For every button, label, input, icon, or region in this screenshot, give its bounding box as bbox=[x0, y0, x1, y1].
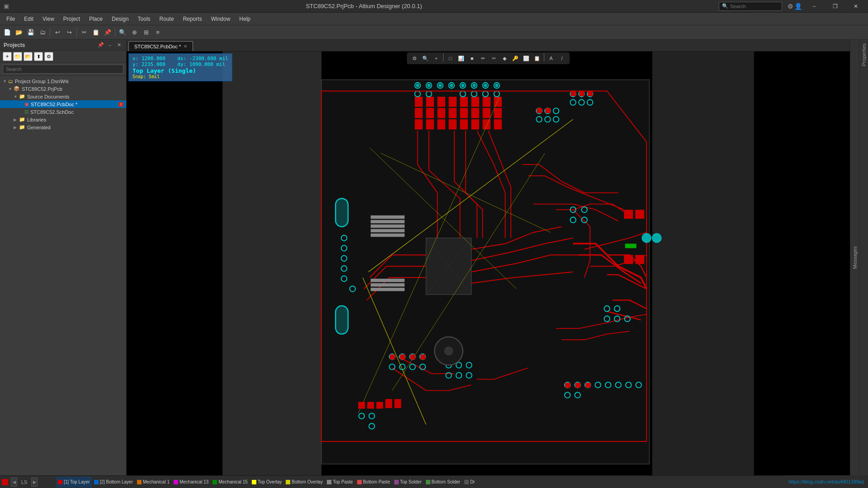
top-solder-swatch bbox=[394, 480, 399, 484]
layer-bottom-overlay[interactable]: Bottom Overlay bbox=[284, 477, 325, 488]
title-bar: ▣ STC89C52.PrjPcb - Altium Designer (20.… bbox=[0, 0, 868, 13]
messages-panel[interactable]: Messages bbox=[850, 40, 859, 475]
rect-button[interactable]: □ bbox=[445, 53, 455, 63]
menu-place[interactable]: Place bbox=[85, 14, 107, 24]
layer-mech15[interactable]: Mechanical 15 bbox=[211, 477, 249, 488]
scroll-right[interactable]: ▶ bbox=[31, 478, 38, 487]
scroll-left[interactable]: ◀ bbox=[11, 478, 17, 487]
layer-mech13[interactable]: Mechanical 13 bbox=[172, 477, 210, 488]
ls-label: LS bbox=[21, 479, 27, 485]
pcb-canvas[interactable] bbox=[127, 52, 850, 475]
project-icon: 📦 bbox=[14, 86, 20, 92]
close-button[interactable]: ✕ bbox=[845, 0, 866, 13]
text-button[interactable]: A bbox=[546, 53, 556, 63]
properties-panel[interactable]: Properties bbox=[859, 40, 868, 475]
layer-mech1[interactable]: Mechanical 1 bbox=[135, 477, 171, 488]
solid-rect-button[interactable]: ■ bbox=[467, 53, 477, 63]
open-button[interactable]: 📂 bbox=[14, 27, 24, 38]
menu-reports[interactable]: Reports bbox=[179, 14, 207, 24]
grid-button[interactable]: ⊞ bbox=[141, 27, 151, 38]
scroll-right-btn[interactable]: ▶ bbox=[31, 478, 38, 487]
redo-button[interactable]: ↪ bbox=[64, 27, 75, 38]
tree-project-group[interactable]: ▼ 🗂 Project Group 1.DsnWrk bbox=[0, 78, 126, 85]
panel-pin-button[interactable]: 📌 bbox=[97, 42, 104, 49]
layer-top-solder[interactable]: Top Solder bbox=[392, 477, 424, 488]
messages-label[interactable]: Messages bbox=[852, 244, 858, 272]
panel-search-input[interactable] bbox=[3, 65, 123, 74]
tree-generated[interactable]: ▶ 📁 Generated bbox=[0, 123, 126, 131]
search-input[interactable] bbox=[730, 4, 775, 9]
search-box[interactable]: 🔍 bbox=[719, 2, 782, 11]
toolbar-sep-2 bbox=[76, 28, 77, 37]
menu-tools[interactable]: Tools bbox=[133, 14, 155, 24]
menu-file[interactable]: File bbox=[2, 14, 19, 24]
tree-project[interactable]: ▼ 📦 STC89C52.PrjPcb bbox=[0, 85, 126, 93]
menu-view[interactable]: View bbox=[38, 14, 59, 24]
layer-dr[interactable]: Dr bbox=[462, 477, 477, 488]
panel-release-button[interactable]: ⬆ bbox=[34, 52, 43, 61]
menu-edit[interactable]: Edit bbox=[19, 14, 38, 24]
settings-icon[interactable]: ⚙ bbox=[788, 3, 793, 10]
layer-top-paste[interactable]: Top Paste bbox=[325, 477, 354, 488]
maximize-button[interactable]: ❐ bbox=[825, 0, 845, 13]
menu-route[interactable]: Route bbox=[155, 14, 179, 24]
tree-sch-doc[interactable]: ⊡ STC89C52.SchDoc bbox=[0, 108, 126, 116]
zoom-fit-button[interactable]: ⊕ bbox=[129, 27, 140, 38]
tree-source-docs[interactable]: ▼ 📁 Source Documents bbox=[0, 93, 126, 100]
tab-close-button[interactable]: ✕ bbox=[184, 44, 187, 49]
add-button[interactable]: + bbox=[431, 53, 441, 63]
line-button[interactable]: / bbox=[557, 53, 567, 63]
svg-point-107 bbox=[444, 347, 453, 356]
extra-btn[interactable]: ≡ bbox=[152, 27, 163, 38]
panel-close-button[interactable]: ✕ bbox=[115, 42, 123, 49]
diamond-button[interactable]: ◆ bbox=[500, 53, 509, 63]
key-button[interactable]: 🔑 bbox=[510, 53, 520, 63]
menu-design[interactable]: Design bbox=[107, 14, 133, 24]
layer-top[interactable]: [1] Top Layer bbox=[56, 477, 92, 488]
panel-settings-button[interactable]: ⚙ bbox=[44, 52, 53, 61]
layer-bottom-solder[interactable]: Bottom Solder bbox=[424, 477, 462, 488]
minimize-button[interactable]: − bbox=[804, 0, 825, 13]
layer-bottom-paste[interactable]: Bottom Paste bbox=[355, 477, 392, 488]
libraries-icon: 📁 bbox=[19, 117, 25, 122]
save-button[interactable]: 💾 bbox=[25, 27, 36, 38]
panel-folder-button[interactable]: 📁 bbox=[13, 52, 22, 61]
save-all-button[interactable]: 🗂 bbox=[37, 27, 48, 38]
tree-pcb-doc[interactable]: ▣ STC89C52.PcbDoc * ! bbox=[0, 100, 126, 108]
properties-label[interactable]: Properties bbox=[861, 40, 867, 70]
pcb-tab[interactable]: STC89C52.PcbDoc * ✕ bbox=[128, 41, 193, 51]
panel-minimize-button[interactable]: − bbox=[106, 42, 113, 49]
scroll-left-btn[interactable]: ◀ bbox=[11, 478, 17, 487]
menu-window[interactable]: Window bbox=[207, 14, 235, 24]
clipboard-button[interactable]: 📋 bbox=[532, 53, 542, 63]
layer-label: Top Layer (Single) bbox=[132, 67, 228, 74]
tree-libraries[interactable]: ▶ 📁 Libraries bbox=[0, 116, 126, 123]
paste-button[interactable]: 📌 bbox=[102, 27, 113, 38]
svg-rect-136 bbox=[371, 216, 405, 219]
menu-help[interactable]: Help bbox=[235, 14, 255, 24]
user-icon[interactable]: 👤 bbox=[794, 3, 802, 10]
scissors-button[interactable]: ✂ bbox=[489, 53, 499, 63]
mech13-label: Mechanical 13 bbox=[179, 479, 208, 484]
menu-project[interactable]: Project bbox=[59, 14, 85, 24]
layer-bottom[interactable]: [2] Bottom Layer bbox=[92, 477, 135, 488]
mech1-swatch bbox=[137, 480, 142, 484]
url-bar: https://blog.csdn.net/as4801389az bbox=[785, 475, 868, 488]
cut-button[interactable]: ✂ bbox=[79, 27, 90, 38]
bottom-solder-swatch bbox=[426, 480, 430, 484]
panel-open-folder-button[interactable]: 📂 bbox=[24, 52, 33, 61]
pcb-viewport[interactable]: ⚙ 🔍 + □ 📊 ■ ✏ ✂ ◆ 🔑 ⬜ 📋 A / bbox=[127, 52, 850, 475]
rect2-button[interactable]: ⬜ bbox=[521, 53, 531, 63]
pencil-button[interactable]: ✏ bbox=[478, 53, 488, 63]
undo-button[interactable]: ↩ bbox=[52, 27, 63, 38]
panel-add-button[interactable]: + bbox=[3, 52, 12, 61]
zoom-in-button[interactable]: 🔍 bbox=[117, 27, 128, 38]
copy-button[interactable]: 📋 bbox=[90, 27, 101, 38]
layer-top-overlay[interactable]: Top Overlay bbox=[250, 477, 283, 488]
filter-button[interactable]: ⚙ bbox=[410, 53, 420, 63]
svg-rect-5 bbox=[426, 97, 434, 107]
svg-rect-20 bbox=[415, 119, 423, 130]
chart-button[interactable]: 📊 bbox=[456, 53, 466, 63]
new-button[interactable]: 📄 bbox=[2, 27, 13, 38]
highlight-button[interactable]: 🔍 bbox=[420, 53, 430, 63]
